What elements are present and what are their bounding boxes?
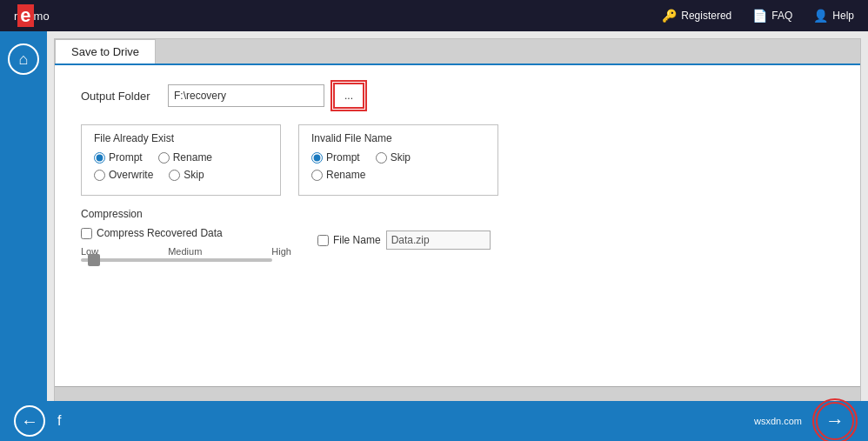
registered-label: Registered xyxy=(681,10,731,22)
registered-item[interactable]: 🔑 Registered xyxy=(662,9,731,23)
file-exist-row1: Prompt Rename xyxy=(94,151,268,164)
invalid-rename-option[interactable]: Rename xyxy=(311,169,365,181)
invalid-row1: Prompt Skip xyxy=(311,151,485,164)
prompt-option[interactable]: Prompt xyxy=(94,151,143,164)
help-item[interactable]: 👤 Help xyxy=(813,9,854,23)
compression-section: Compression Compress Recovered Data Low xyxy=(81,208,834,262)
file-already-exist-box: File Already Exist Prompt Rename Ov xyxy=(81,124,281,196)
compress-row: Compress Recovered Data xyxy=(81,227,291,239)
key-icon: 🔑 xyxy=(662,9,677,23)
back-button[interactable]: ← xyxy=(14,405,45,437)
navbar: r e mo 🔑 Registered 📄 FAQ 👤 Help xyxy=(0,0,868,31)
facebook-icon[interactable]: f xyxy=(57,413,61,429)
home-icon: ⌂ xyxy=(19,50,29,69)
next-icon: → xyxy=(825,410,845,432)
content-area: Save to Drive Output Folder ... xyxy=(47,31,868,441)
logo-rest: mo xyxy=(34,10,50,23)
compress-checkbox-label[interactable]: Compress Recovered Data xyxy=(81,227,223,239)
output-folder-input[interactable] xyxy=(168,84,324,107)
slider-medium: Medium xyxy=(168,246,202,257)
next-button[interactable]: → xyxy=(816,402,854,440)
invalid-skip-radio[interactable] xyxy=(376,152,387,164)
invalid-rename-radio[interactable] xyxy=(311,170,323,181)
slider-labels: Low Medium High xyxy=(81,246,291,257)
rename-option[interactable]: Rename xyxy=(158,151,212,164)
compress-checkbox[interactable] xyxy=(81,228,92,239)
filename-section: File Name xyxy=(317,231,491,250)
skip-option[interactable]: Skip xyxy=(169,169,204,181)
overwrite-radio[interactable] xyxy=(94,170,105,181)
file-exist-row2: Overwrite Skip xyxy=(94,169,268,181)
invalid-row2: Rename xyxy=(311,169,485,181)
slider-high: High xyxy=(271,246,291,257)
invalid-prompt-radio[interactable] xyxy=(311,152,323,164)
logo-highlight: e xyxy=(17,4,33,27)
overwrite-option[interactable]: Overwrite xyxy=(94,169,153,181)
browse-button[interactable]: ... xyxy=(333,83,364,109)
help-label: Help xyxy=(832,10,854,22)
back-icon: ← xyxy=(21,411,38,431)
faq-icon: 📄 xyxy=(752,9,767,23)
slider-track xyxy=(81,258,272,262)
sidebar: ⌂ xyxy=(0,31,47,441)
file-already-exist-title: File Already Exist xyxy=(94,132,268,144)
output-folder-row: Output Folder ... xyxy=(81,83,834,109)
faq-label: FAQ xyxy=(771,10,792,22)
invalid-prompt-option[interactable]: Prompt xyxy=(311,151,360,164)
home-button[interactable]: ⌂ xyxy=(8,43,39,75)
filename-input[interactable] xyxy=(386,231,491,250)
bottom-left: ← f xyxy=(14,405,61,437)
output-folder-label: Output Folder xyxy=(81,90,159,103)
bottom-right: wsxdn.com → xyxy=(754,402,854,440)
wsxdn-label: wsxdn.com xyxy=(754,416,802,426)
skip-radio[interactable] xyxy=(169,170,180,181)
invalid-file-name-box: Invalid File Name Prompt Skip Renam xyxy=(298,124,498,196)
tab-bar: Save to Drive xyxy=(55,39,860,65)
filename-checkbox[interactable] xyxy=(317,235,329,246)
filename-checkbox-label[interactable]: File Name xyxy=(317,234,381,246)
faq-item[interactable]: 📄 FAQ xyxy=(752,9,792,23)
help-icon: 👤 xyxy=(813,9,828,23)
bottom-strip: ← f wsxdn.com → xyxy=(0,401,868,441)
compression-title: Compression xyxy=(81,208,834,220)
navbar-right: 🔑 Registered 📄 FAQ 👤 Help xyxy=(662,9,854,23)
tab-save-to-drive[interactable]: Save to Drive xyxy=(55,39,156,63)
logo: r e mo xyxy=(14,4,50,27)
rename-radio[interactable] xyxy=(158,152,170,164)
two-columns: File Already Exist Prompt Rename Ov xyxy=(81,124,834,196)
invalid-skip-option[interactable]: Skip xyxy=(376,151,411,164)
slider-thumb[interactable] xyxy=(88,254,100,266)
form-area: Output Folder ... File Already Exist Pro… xyxy=(55,65,860,386)
main-area: ⌂ Save to Drive Output Folder ... xyxy=(0,31,868,441)
prompt-radio[interactable] xyxy=(94,152,105,164)
content-panel: Save to Drive Output Folder ... xyxy=(54,38,861,434)
invalid-file-name-title: Invalid File Name xyxy=(311,132,485,144)
